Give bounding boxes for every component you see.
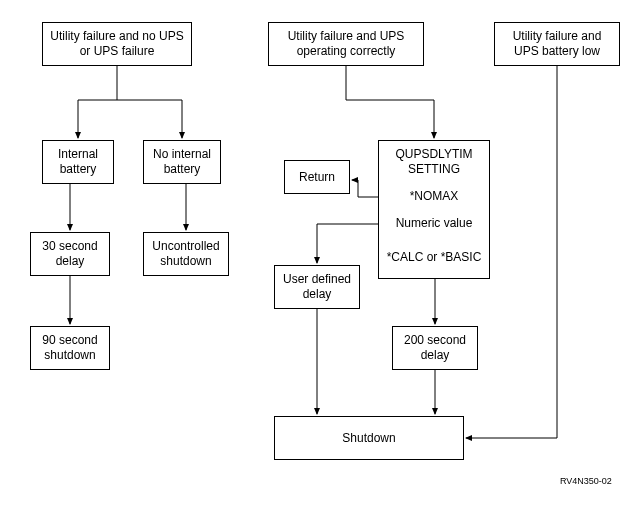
node-utility-failure-no-ups: Utility failure and no UPS or UPS failur…	[42, 22, 192, 66]
node-shutdown: Shutdown	[274, 416, 464, 460]
node-90-second-shutdown: 90 second shutdown	[30, 326, 110, 370]
node-uncontrolled-shutdown: Uncontrolled shutdown	[143, 232, 229, 276]
diagram-id: RV4N350-02	[560, 476, 612, 486]
node-internal-battery: Internal battery	[42, 140, 114, 184]
node-user-defined-delay: User defined delay	[274, 265, 360, 309]
node-numeric-value: Numeric value	[378, 210, 490, 238]
node-return: Return	[284, 160, 350, 194]
node-nomax: *NOMAX	[378, 183, 490, 211]
node-calc-or-basic: *CALC or *BASIC	[378, 237, 490, 279]
node-utility-failure-battery-low: Utility failure and UPS battery low	[494, 22, 620, 66]
node-utility-failure-ups-ok: Utility failure and UPS operating correc…	[268, 22, 424, 66]
node-30-second-delay: 30 second delay	[30, 232, 110, 276]
node-200-second-delay: 200 second delay	[392, 326, 478, 370]
node-no-internal-battery: No internal battery	[143, 140, 221, 184]
flowchart-canvas: Utility failure and no UPS or UPS failur…	[0, 0, 636, 511]
node-qupsdlytim-setting: QUPSDLYTIM SETTING	[378, 140, 490, 184]
